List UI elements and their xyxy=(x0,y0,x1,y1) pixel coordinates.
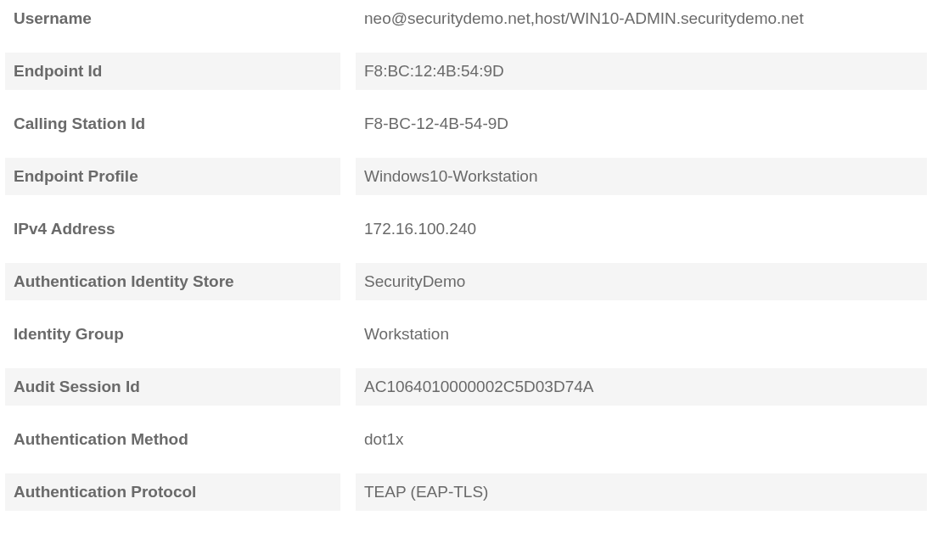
label-auth-method: Authentication Method xyxy=(5,421,340,458)
value-auth-protocol: TEAP (EAP-TLS) xyxy=(356,473,927,511)
value-calling-station-id: F8-BC-12-4B-54-9D xyxy=(356,105,927,143)
value-identity-group: Workstation xyxy=(356,316,927,353)
row-calling-station-id: Calling Station Id F8-BC-12-4B-54-9D xyxy=(0,105,932,143)
label-auth-protocol: Authentication Protocol xyxy=(5,473,340,511)
row-endpoint-profile: Endpoint Profile Windows10-Workstation xyxy=(0,158,932,195)
row-endpoint-id: Endpoint Id F8:BC:12:4B:54:9D xyxy=(0,53,932,90)
row-audit-session-id: Audit Session Id AC1064010000002C5D03D74… xyxy=(0,368,932,406)
value-ipv4-address: 172.16.100.240 xyxy=(356,210,927,248)
value-auth-identity-store: SecurityDemo xyxy=(356,263,927,300)
value-endpoint-id: F8:BC:12:4B:54:9D xyxy=(356,53,927,90)
label-auth-identity-store: Authentication Identity Store xyxy=(5,263,340,300)
label-ipv4-address: IPv4 Address xyxy=(5,210,340,248)
row-identity-group: Identity Group Workstation xyxy=(0,316,932,353)
label-endpoint-profile: Endpoint Profile xyxy=(5,158,340,195)
label-endpoint-id: Endpoint Id xyxy=(5,53,340,90)
label-identity-group: Identity Group xyxy=(5,316,340,353)
session-details-table: Username neo@securitydemo.net,host/WIN10… xyxy=(0,0,932,511)
label-username: Username xyxy=(5,0,340,37)
row-auth-method: Authentication Method dot1x xyxy=(0,421,932,458)
label-calling-station-id: Calling Station Id xyxy=(5,105,340,143)
label-audit-session-id: Audit Session Id xyxy=(5,368,340,406)
row-auth-protocol: Authentication Protocol TEAP (EAP-TLS) xyxy=(0,473,932,511)
value-audit-session-id: AC1064010000002C5D03D74A xyxy=(356,368,927,406)
row-ipv4-address: IPv4 Address 172.16.100.240 xyxy=(0,210,932,248)
row-username: Username neo@securitydemo.net,host/WIN10… xyxy=(0,0,932,37)
value-username: neo@securitydemo.net,host/WIN10-ADMIN.se… xyxy=(356,0,927,37)
value-endpoint-profile: Windows10-Workstation xyxy=(356,158,927,195)
row-auth-identity-store: Authentication Identity Store SecurityDe… xyxy=(0,263,932,300)
value-auth-method: dot1x xyxy=(356,421,927,458)
